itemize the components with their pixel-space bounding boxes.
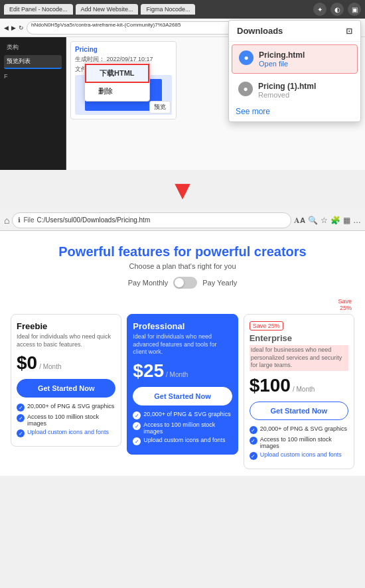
toggle-knob bbox=[175, 278, 184, 287]
pricing-cards: Freebie Ideal for individuals who need q… bbox=[11, 314, 354, 469]
back-icon[interactable]: ◀ bbox=[4, 25, 9, 31]
arrow-section: ▼ bbox=[0, 170, 365, 210]
enterprise-badge: Save 25% bbox=[250, 321, 283, 331]
bottom-url-input[interactable]: ℹ File C:/Users/sul00/Downloads/Pricing.… bbox=[12, 212, 291, 228]
check-icon: ✓ bbox=[133, 437, 141, 445]
enterprise-desc: Ideal for businesses who need personaliz… bbox=[250, 345, 348, 371]
thumbnail-card[interactable]: Pricing 生成时间： 2022/09/17 10:17 文件大小： 55.… bbox=[70, 41, 177, 119]
billing-toggle[interactable] bbox=[173, 277, 197, 289]
freebie-price: $0 bbox=[17, 352, 37, 374]
sidebar-item-preview[interactable]: 预览列表 bbox=[4, 55, 62, 69]
check-icon: ✓ bbox=[17, 429, 25, 437]
top-browser: Edit Panel - Nocode... Add New Website..… bbox=[0, 0, 365, 170]
download-info-2: Pricing (1).html Removed bbox=[258, 82, 351, 99]
down-arrow-icon: ▼ bbox=[169, 177, 196, 203]
enterprise-price-row: $100 / Month bbox=[250, 375, 348, 396]
chrome-icon-1: ● bbox=[239, 50, 254, 65]
download-info-1: Pricing.html Open file bbox=[259, 50, 350, 68]
freebie-feature-2: ✓ Access to 100 million stock images bbox=[17, 413, 115, 427]
figma-tab-bar: Edit Panel - Nocode... Add New Website..… bbox=[0, 0, 365, 19]
ctx-delete[interactable]: 删除 bbox=[85, 83, 149, 100]
sidebar-icon[interactable]: ▦ bbox=[343, 216, 350, 225]
more-icon[interactable]: … bbox=[353, 216, 361, 225]
pricing-page: Powerful features for powerful creators … bbox=[0, 231, 365, 476]
browser-ctrl-icon-1: ✦ bbox=[313, 3, 327, 16]
thumbnail-title: Pricing bbox=[75, 46, 172, 53]
ctx-download-html[interactable]: 下载HTML bbox=[85, 64, 149, 83]
freebie-period: / Month bbox=[39, 363, 61, 370]
chrome-icon-2: ● bbox=[238, 82, 253, 96]
figma-sidebar: 类构 预览列表 F bbox=[0, 37, 66, 170]
pricing-subtitle: Choose a plan that's right for you bbox=[11, 262, 354, 270]
forward-icon[interactable]: ▶ bbox=[11, 25, 16, 31]
check-icon: ✓ bbox=[133, 422, 141, 430]
professional-name: Professional bbox=[133, 321, 232, 331]
enterprise-price: $100 bbox=[250, 375, 291, 396]
enterprise-period: / Month bbox=[293, 386, 315, 393]
professional-desc: Ideal for individuals who need advanced … bbox=[133, 333, 232, 356]
context-menu: 下载HTML 删除 bbox=[84, 62, 150, 102]
professional-cta-button[interactable]: Get Started Now bbox=[133, 387, 232, 405]
bottom-address-bar: ⌂ ℹ File C:/Users/sul00/Downloads/Pricin… bbox=[0, 210, 365, 231]
check-icon: ✓ bbox=[17, 414, 25, 422]
professional-price: $25 bbox=[133, 360, 164, 382]
browser-ctrl-icon-2: ◐ bbox=[330, 3, 344, 16]
professional-feature-3: ✓ Upload custom icons and fonts bbox=[133, 437, 232, 445]
professional-card: Professional Ideal for individuals who n… bbox=[127, 314, 238, 455]
refresh-icon[interactable]: ↻ bbox=[19, 25, 24, 31]
enterprise-cta-button[interactable]: Get Started Now bbox=[250, 402, 348, 420]
enterprise-feature-3: ✓ Upload custom icons and fonts bbox=[250, 451, 348, 460]
download-item-2[interactable]: ● Pricing (1).html Removed bbox=[232, 76, 358, 104]
freebie-cta-button[interactable]: Get Started Now bbox=[17, 379, 115, 398]
preview-label[interactable]: 预览 bbox=[149, 101, 171, 113]
read-aloud-icon[interactable]: 𝐀𝗔 bbox=[294, 216, 305, 225]
save-badge: Save25% bbox=[338, 298, 352, 311]
professional-feature-1: ✓ 20,000+ of PNG & SVG graphics bbox=[133, 411, 232, 419]
freebie-desc: Ideal for individuals who need quick acc… bbox=[17, 333, 115, 348]
freebie-name: Freebie bbox=[17, 321, 115, 331]
enterprise-name: Enterprise bbox=[250, 333, 348, 343]
bottom-browser: ⌂ ℹ File C:/Users/sul00/Downloads/Pricin… bbox=[0, 210, 365, 476]
professional-price-row: $25 / Month bbox=[133, 360, 232, 382]
check-icon: ✓ bbox=[250, 426, 257, 434]
pay-yearly-label: Pay Yearly bbox=[202, 279, 237, 287]
enterprise-feature-2: ✓ Access to 100 million stock images bbox=[250, 436, 348, 449]
professional-period: / Month bbox=[166, 371, 188, 378]
sidebar-item-assets[interactable]: 类构 bbox=[4, 41, 62, 54]
tab-3[interactable]: Figma Nocode... bbox=[141, 4, 195, 15]
pricing-title: Powerful features for powerful creators bbox=[11, 244, 354, 259]
see-more-link[interactable]: See more bbox=[229, 104, 360, 121]
home-icon[interactable]: ⌂ bbox=[4, 215, 9, 226]
enterprise-feature-1: ✓ 20,000+ of PNG & SVG graphics bbox=[250, 425, 348, 434]
download-item-1[interactable]: ● Pricing.html Open file bbox=[232, 44, 358, 74]
check-icon: ✓ bbox=[133, 411, 141, 419]
check-icon: ✓ bbox=[17, 404, 25, 411]
search-icon[interactable]: 🔍 bbox=[308, 216, 318, 225]
downloads-panel: Downloads ⊡ ● Pricing.html Open file ● P… bbox=[228, 20, 361, 122]
freebie-card: Freebie Ideal for individuals who need q… bbox=[11, 314, 121, 447]
figma-brand: F bbox=[4, 73, 62, 80]
professional-feature-2: ✓ Access to 100 million stock images bbox=[133, 421, 232, 435]
tab-1[interactable]: Edit Panel - Nocode... bbox=[4, 4, 73, 15]
downloads-close-icon[interactable]: ⊡ bbox=[346, 27, 352, 36]
browser-ctrl-icon-3: ▣ bbox=[348, 3, 361, 16]
billing-toggle-row: Pay Monthly Pay Yearly bbox=[11, 277, 354, 289]
enterprise-card: Save 25% Enterprise Ideal for businesses… bbox=[244, 314, 354, 469]
check-icon: ✓ bbox=[250, 452, 257, 460]
extension-icon[interactable]: 🧩 bbox=[330, 216, 340, 225]
freebie-feature-1: ✓ 20,000+ of PNG & SVG graphics bbox=[17, 403, 115, 411]
figma-panel: 类构 预览列表 F Pricing 生成时间： 2022/09/17 10:17… bbox=[0, 37, 365, 170]
freebie-price-row: $0 / Month bbox=[17, 352, 115, 374]
file-icon: ℹ bbox=[18, 216, 21, 224]
pay-monthly-label: Pay Monthly bbox=[128, 279, 169, 287]
fav-icon[interactable]: ☆ bbox=[321, 216, 328, 225]
freebie-feature-3: ✓ Upload custom icons and fonts bbox=[17, 429, 115, 437]
tab-2[interactable]: Add New Website... bbox=[76, 4, 139, 15]
check-icon: ✓ bbox=[250, 437, 257, 445]
downloads-header: Downloads ⊡ bbox=[229, 21, 360, 42]
